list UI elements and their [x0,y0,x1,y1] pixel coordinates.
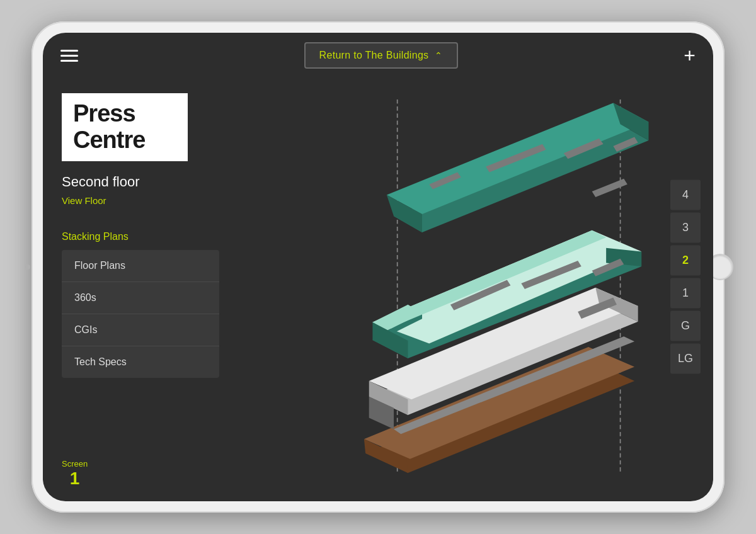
building-name-line1: Press [73,100,135,127]
chevron-up-icon: ⌃ [435,50,442,60]
top-floor-room5 [592,179,627,197]
floor-button-4[interactable]: 4 [670,179,701,210]
tablet-device: Return to The Buildings ⌃ + Press Centre… [32,21,724,513]
floor-selector: 4 3 2 1 G LG [670,179,701,373]
header-bar: Return to The Buildings ⌃ + [43,33,713,78]
floor-button-g[interactable]: G [670,310,701,341]
building-logo: Press Centre [62,93,188,161]
floor-button-3[interactable]: 3 [670,212,701,242]
sidebar-item-360s[interactable]: 360s [62,282,219,314]
floor-button-1[interactable]: 1 [670,278,701,308]
sidebar-menu-list: Floor Plans 360s CGIs Tech Specs [62,250,219,378]
menu-button[interactable] [60,50,78,62]
left-indicator [25,264,30,270]
stacking-plans-label: Stacking Plans [62,231,219,242]
left-sidebar: Press Centre Second floor View Floor Sta… [43,78,238,501]
building-name-line2: Centre [73,127,145,153]
return-button-label: Return to The Buildings [319,50,429,61]
floor-name: Second floor [62,174,219,190]
sidebar-item-cgis[interactable]: CGIs [62,314,219,346]
view-floor-link[interactable]: View Floor [62,195,219,206]
building-svg: .floor-teal { fill: #3a9e8a; } .floor-te… [181,78,663,489]
tablet-screen: Return to The Buildings ⌃ + Press Centre… [43,33,713,501]
floor-button-lg[interactable]: LG [670,343,701,373]
return-to-buildings-button[interactable]: Return to The Buildings ⌃ [304,42,458,69]
floor-button-2[interactable]: 2 [670,245,701,275]
sidebar-item-tech-specs[interactable]: Tech Specs [62,346,219,378]
building-3d-view: .floor-teal { fill: #3a9e8a; } .floor-te… [181,78,663,489]
add-button[interactable]: + [684,45,696,65]
sidebar-item-floor-plans[interactable]: Floor Plans [62,250,219,282]
